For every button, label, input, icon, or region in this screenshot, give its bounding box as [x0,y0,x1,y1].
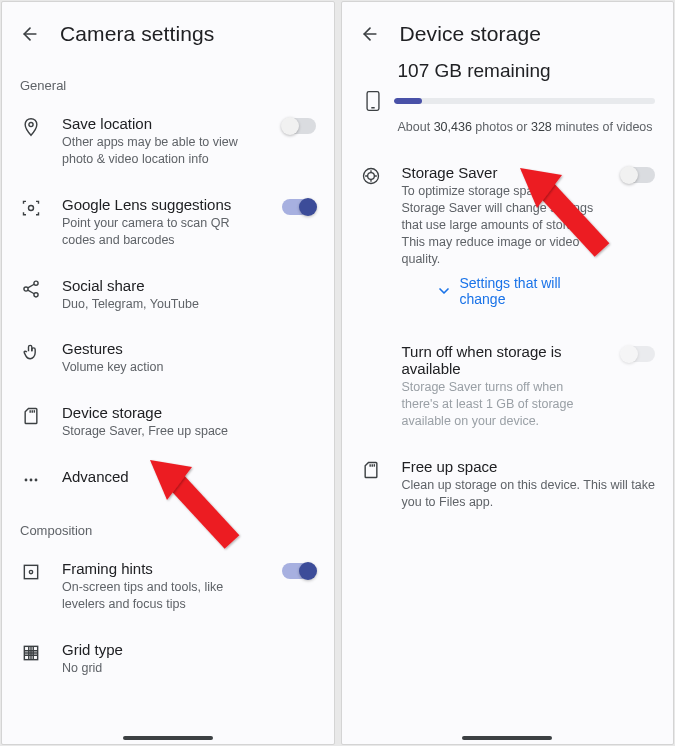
row-lens[interactable]: Google Lens suggestions Point your camer… [2,182,334,263]
back-icon[interactable] [20,24,40,44]
svg-point-12 [30,479,33,482]
row-framing[interactable]: Framing hints On-screen tips and tools, … [2,546,334,627]
saver-icon [360,165,382,187]
share-icon [20,278,42,300]
lens-icon [20,197,42,219]
setting-subtitle: To optimize storage space, Storage Saver… [402,183,598,267]
grid-icon [20,642,42,664]
location-icon [20,116,42,138]
storage-remaining: 107 GB remaining [398,60,656,82]
svg-point-1 [29,122,33,126]
svg-point-11 [25,479,28,482]
page-title: Device storage [400,22,541,46]
phone-icon [362,90,384,112]
toggle-framing[interactable] [282,563,316,579]
device-storage-screen: Device storage 107 GB remaining About 30… [341,1,675,745]
svg-point-2 [29,205,34,210]
toggle-lens[interactable] [282,199,316,215]
setting-title: Free up space [402,458,656,475]
setting-subtitle: On-screen tips and tools, like levelers … [62,579,262,613]
row-storage-saver[interactable]: Storage Saver To optimize storage space,… [342,150,674,329]
setting-subtitle: Point your camera to scan QR codes and b… [62,215,262,249]
svg-point-3 [34,281,38,285]
setting-subtitle: Duo, Telegram, YouTube [62,296,316,313]
section-composition: Composition [2,505,334,546]
sd-icon [360,459,382,481]
svg-point-15 [29,570,32,573]
setting-subtitle: No grid [62,660,316,677]
back-icon[interactable] [360,24,380,44]
setting-title: Gestures [62,340,316,357]
header: Device storage [342,2,674,60]
toggle-save-location[interactable] [282,118,316,134]
storage-progress [394,98,656,104]
row-advanced[interactable]: Advanced [2,454,334,505]
row-turnoff[interactable]: Turn off when storage is available Stora… [342,329,674,444]
storage-estimate: About 30,436 photos or 328 minutes of vi… [398,120,656,134]
row-gestures[interactable]: Gestures Volume key action [2,326,334,390]
expand-label: Settings that will change [460,275,598,307]
setting-title: Advanced [62,468,316,485]
setting-subtitle: Storage Saver turns off when there's at … [402,379,598,430]
row-social[interactable]: Social share Duo, Telegram, YouTube [2,263,334,327]
setting-title: Google Lens suggestions [62,196,262,213]
section-general: General [2,60,334,101]
nav-handle[interactable] [462,736,552,740]
camera-settings-screen: Camera settings General Save location Ot… [1,1,335,745]
nav-handle[interactable] [123,736,213,740]
sd-icon [20,405,42,427]
row-device-storage[interactable]: Device storage Storage Saver, Free up sp… [2,390,334,454]
setting-subtitle: Volume key action [62,359,316,376]
frame-icon [20,561,42,583]
setting-title: Grid type [62,641,316,658]
chevron-down-icon [436,283,452,299]
setting-title: Social share [62,277,316,294]
svg-rect-14 [24,565,37,578]
svg-line-6 [28,284,34,288]
toggle-turnoff[interactable] [621,346,655,362]
gesture-icon [20,341,42,363]
setting-title: Save location [62,115,262,132]
row-grid[interactable]: Grid type No grid [2,627,334,691]
svg-point-5 [34,292,38,296]
header: Camera settings [2,2,334,60]
setting-subtitle: Storage Saver, Free up space [62,423,316,440]
more-icon [20,469,42,491]
setting-title: Storage Saver [402,164,598,181]
expand-settings-link[interactable]: Settings that will change [402,267,598,315]
svg-line-7 [28,290,34,294]
svg-point-13 [35,479,38,482]
page-title: Camera settings [60,22,214,46]
setting-subtitle: Other apps may be able to view photo & v… [62,134,262,168]
setting-subtitle: Clean up storage on this device. This wi… [402,477,656,511]
svg-point-28 [367,173,374,180]
setting-title: Framing hints [62,560,262,577]
row-save-location[interactable]: Save location Other apps may be able to … [2,101,334,182]
storage-summary: 107 GB remaining About 30,436 photos or … [342,60,674,134]
toggle-storage-saver[interactable] [621,167,655,183]
setting-title: Device storage [62,404,316,421]
spacer-icon [360,344,382,366]
svg-point-4 [24,286,28,290]
row-freeup[interactable]: Free up space Clean up storage on this d… [342,444,674,525]
setting-title: Turn off when storage is available [402,343,598,377]
